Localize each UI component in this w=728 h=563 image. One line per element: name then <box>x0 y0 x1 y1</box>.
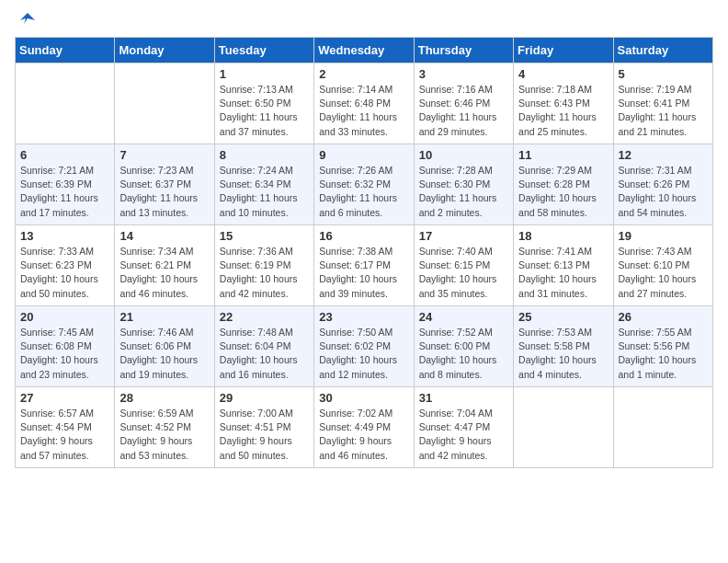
day-info: Sunrise: 7:41 AM Sunset: 6:13 PM Dayligh… <box>518 245 608 301</box>
calendar-cell: 10Sunrise: 7:28 AM Sunset: 6:30 PM Dayli… <box>414 144 513 225</box>
calendar-cell: 1Sunrise: 7:13 AM Sunset: 6:50 PM Daylig… <box>214 63 313 144</box>
day-number: 27 <box>20 391 109 405</box>
day-info: Sunrise: 7:34 AM Sunset: 6:21 PM Dayligh… <box>119 245 209 301</box>
calendar-cell: 4Sunrise: 7:18 AM Sunset: 6:43 PM Daylig… <box>514 63 613 144</box>
day-number: 17 <box>419 229 508 243</box>
calendar-cell: 28Sunrise: 6:59 AM Sunset: 4:52 PM Dayli… <box>115 387 214 468</box>
page-header <box>15 15 713 26</box>
calendar-cell <box>514 387 613 468</box>
calendar-cell: 7Sunrise: 7:23 AM Sunset: 6:37 PM Daylig… <box>115 144 214 225</box>
calendar-cell: 12Sunrise: 7:31 AM Sunset: 6:26 PM Dayli… <box>613 144 712 225</box>
calendar-cell: 8Sunrise: 7:24 AM Sunset: 6:34 PM Daylig… <box>214 144 313 225</box>
calendar-cell: 21Sunrise: 7:46 AM Sunset: 6:06 PM Dayli… <box>115 306 214 387</box>
calendar-week-row: 27Sunrise: 6:57 AM Sunset: 4:54 PM Dayli… <box>16 387 713 468</box>
day-number: 9 <box>319 148 408 162</box>
calendar-table: SundayMondayTuesdayWednesdayThursdayFrid… <box>15 37 713 468</box>
day-info: Sunrise: 6:59 AM Sunset: 4:52 PM Dayligh… <box>119 407 209 463</box>
day-number: 11 <box>518 148 608 162</box>
day-info: Sunrise: 7:00 AM Sunset: 4:51 PM Dayligh… <box>220 407 309 463</box>
calendar-cell: 6Sunrise: 7:21 AM Sunset: 6:39 PM Daylig… <box>16 144 115 225</box>
calendar-cell <box>613 387 712 468</box>
day-info: Sunrise: 7:33 AM Sunset: 6:23 PM Dayligh… <box>20 245 109 301</box>
day-number: 31 <box>419 391 508 405</box>
day-number: 23 <box>319 310 408 324</box>
calendar-cell <box>16 63 115 144</box>
calendar-cell: 19Sunrise: 7:43 AM Sunset: 6:10 PM Dayli… <box>613 225 712 306</box>
day-info: Sunrise: 7:31 AM Sunset: 6:26 PM Dayligh… <box>619 164 708 220</box>
day-info: Sunrise: 7:36 AM Sunset: 6:19 PM Dayligh… <box>220 245 309 301</box>
day-info: Sunrise: 7:28 AM Sunset: 6:30 PM Dayligh… <box>419 164 508 220</box>
day-info: Sunrise: 6:57 AM Sunset: 4:54 PM Dayligh… <box>20 407 109 463</box>
day-info: Sunrise: 7:40 AM Sunset: 6:15 PM Dayligh… <box>419 245 508 301</box>
day-number: 15 <box>220 229 309 243</box>
day-info: Sunrise: 7:52 AM Sunset: 6:00 PM Dayligh… <box>419 326 508 382</box>
day-info: Sunrise: 7:18 AM Sunset: 6:43 PM Dayligh… <box>518 83 608 139</box>
calendar-cell: 23Sunrise: 7:50 AM Sunset: 6:02 PM Dayli… <box>314 306 414 387</box>
calendar-cell: 15Sunrise: 7:36 AM Sunset: 6:19 PM Dayli… <box>214 225 313 306</box>
day-number: 1 <box>220 67 309 81</box>
day-info: Sunrise: 7:14 AM Sunset: 6:48 PM Dayligh… <box>319 83 408 139</box>
weekday-header-tuesday: Tuesday <box>214 38 313 63</box>
day-number: 10 <box>419 148 508 162</box>
day-info: Sunrise: 7:24 AM Sunset: 6:34 PM Dayligh… <box>220 164 309 220</box>
day-number: 8 <box>220 148 309 162</box>
day-number: 19 <box>619 229 708 243</box>
day-info: Sunrise: 7:55 AM Sunset: 5:56 PM Dayligh… <box>619 326 708 382</box>
day-info: Sunrise: 7:13 AM Sunset: 6:50 PM Dayligh… <box>220 83 309 139</box>
weekday-header-saturday: Saturday <box>613 38 712 63</box>
day-number: 12 <box>619 148 708 162</box>
day-info: Sunrise: 7:45 AM Sunset: 6:08 PM Dayligh… <box>20 326 109 382</box>
day-number: 22 <box>220 310 309 324</box>
calendar-cell: 5Sunrise: 7:19 AM Sunset: 6:41 PM Daylig… <box>613 63 712 144</box>
day-info: Sunrise: 7:46 AM Sunset: 6:06 PM Dayligh… <box>119 326 209 382</box>
day-number: 26 <box>619 310 708 324</box>
calendar-cell: 9Sunrise: 7:26 AM Sunset: 6:32 PM Daylig… <box>314 144 414 225</box>
calendar-cell: 24Sunrise: 7:52 AM Sunset: 6:00 PM Dayli… <box>414 306 513 387</box>
calendar-cell: 2Sunrise: 7:14 AM Sunset: 6:48 PM Daylig… <box>314 63 414 144</box>
calendar-cell: 30Sunrise: 7:02 AM Sunset: 4:49 PM Dayli… <box>314 387 414 468</box>
calendar-cell: 17Sunrise: 7:40 AM Sunset: 6:15 PM Dayli… <box>414 225 513 306</box>
calendar-cell: 20Sunrise: 7:45 AM Sunset: 6:08 PM Dayli… <box>16 306 115 387</box>
day-info: Sunrise: 7:43 AM Sunset: 6:10 PM Dayligh… <box>619 245 708 301</box>
day-number: 20 <box>20 310 109 324</box>
calendar-cell: 16Sunrise: 7:38 AM Sunset: 6:17 PM Dayli… <box>314 225 414 306</box>
day-info: Sunrise: 7:04 AM Sunset: 4:47 PM Dayligh… <box>419 407 508 463</box>
day-info: Sunrise: 7:19 AM Sunset: 6:41 PM Dayligh… <box>619 83 708 139</box>
calendar-cell: 3Sunrise: 7:16 AM Sunset: 6:46 PM Daylig… <box>414 63 513 144</box>
logo <box>15 15 37 26</box>
weekday-header-thursday: Thursday <box>414 38 513 63</box>
day-info: Sunrise: 7:53 AM Sunset: 5:58 PM Dayligh… <box>518 326 608 382</box>
day-info: Sunrise: 7:21 AM Sunset: 6:39 PM Dayligh… <box>20 164 109 220</box>
day-info: Sunrise: 7:38 AM Sunset: 6:17 PM Dayligh… <box>319 245 408 301</box>
svg-marker-0 <box>20 13 35 24</box>
day-number: 6 <box>20 148 109 162</box>
day-number: 28 <box>119 391 209 405</box>
calendar-cell <box>115 63 214 144</box>
calendar-cell: 27Sunrise: 6:57 AM Sunset: 4:54 PM Dayli… <box>16 387 115 468</box>
calendar-cell: 26Sunrise: 7:55 AM Sunset: 5:56 PM Dayli… <box>613 306 712 387</box>
calendar-cell: 18Sunrise: 7:41 AM Sunset: 6:13 PM Dayli… <box>514 225 613 306</box>
calendar-cell: 13Sunrise: 7:33 AM Sunset: 6:23 PM Dayli… <box>16 225 115 306</box>
day-number: 16 <box>319 229 408 243</box>
weekday-header-monday: Monday <box>115 38 214 63</box>
calendar-cell: 31Sunrise: 7:04 AM Sunset: 4:47 PM Dayli… <box>414 387 513 468</box>
weekday-header-row: SundayMondayTuesdayWednesdayThursdayFrid… <box>16 38 713 63</box>
day-info: Sunrise: 7:29 AM Sunset: 6:28 PM Dayligh… <box>518 164 608 220</box>
day-info: Sunrise: 7:48 AM Sunset: 6:04 PM Dayligh… <box>220 326 309 382</box>
calendar-week-row: 20Sunrise: 7:45 AM Sunset: 6:08 PM Dayli… <box>16 306 713 387</box>
calendar-week-row: 13Sunrise: 7:33 AM Sunset: 6:23 PM Dayli… <box>16 225 713 306</box>
calendar-week-row: 1Sunrise: 7:13 AM Sunset: 6:50 PM Daylig… <box>16 63 713 144</box>
calendar-cell: 25Sunrise: 7:53 AM Sunset: 5:58 PM Dayli… <box>514 306 613 387</box>
logo-bird-icon <box>18 11 37 29</box>
weekday-header-wednesday: Wednesday <box>314 38 414 63</box>
day-number: 14 <box>119 229 209 243</box>
day-number: 21 <box>119 310 209 324</box>
day-number: 7 <box>119 148 209 162</box>
day-number: 4 <box>518 67 608 81</box>
day-number: 5 <box>619 67 708 81</box>
weekday-header-friday: Friday <box>514 38 613 63</box>
calendar-cell: 29Sunrise: 7:00 AM Sunset: 4:51 PM Dayli… <box>214 387 313 468</box>
day-info: Sunrise: 7:23 AM Sunset: 6:37 PM Dayligh… <box>119 164 209 220</box>
weekday-header-sunday: Sunday <box>16 38 115 63</box>
day-number: 25 <box>518 310 608 324</box>
